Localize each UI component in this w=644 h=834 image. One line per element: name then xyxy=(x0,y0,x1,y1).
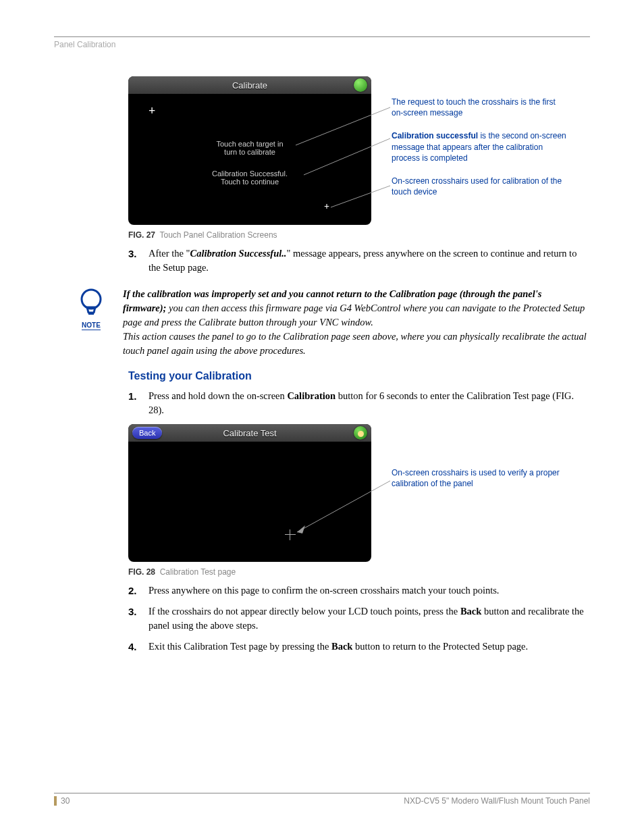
note-rest: you can then access this firmware page v… xyxy=(123,303,585,328)
screen-msg-2a: Calibration Successful. xyxy=(212,170,288,178)
fig27-caption: FIG. 27 Touch Panel Calibration Screens xyxy=(128,230,587,240)
calibrate-test-titlebar: Back Calibrate Test xyxy=(128,424,371,442)
steps-testing-cont: Press anywhere on this page to confirm t… xyxy=(128,583,587,654)
crosshair-icon xyxy=(285,529,296,540)
fig-desc: Touch Panel Calibration Screens xyxy=(159,230,277,240)
figure-28-row: Back Calibrate Test On-screen crosshairs… xyxy=(128,424,587,562)
step-text: Exit this Calibration Test page by press… xyxy=(149,641,331,652)
step-bold: Back xyxy=(331,641,352,652)
fig-desc: Calibration Test page xyxy=(160,567,236,577)
note-text: If the calibration was improperly set an… xyxy=(123,287,587,358)
top-rule xyxy=(54,36,590,37)
step-text: If the crosshairs do not appear directly… xyxy=(149,606,460,617)
figure-27-row: Calibrate + Touch each target in turn to… xyxy=(128,76,587,225)
screen-msg-1: Touch each target in turn to calibrate xyxy=(182,140,317,156)
step-text: After the " xyxy=(149,248,190,259)
step-1: Press and hold down the on-screen Calibr… xyxy=(128,389,587,417)
calibrate-title: Calibrate xyxy=(232,80,267,90)
note-p2: This action causes the panel to go to th… xyxy=(123,331,587,356)
note-block: NOTE If the calibration was improperly s… xyxy=(74,287,587,358)
fig-label: FIG. 28 xyxy=(128,567,155,577)
step-3: After the "Calibration Successful.." mes… xyxy=(128,246,587,275)
crosshair-icon: + xyxy=(149,105,155,117)
crosshair-icon: + xyxy=(324,202,329,211)
calibrate-screen: Calibrate + Touch each target in turn to… xyxy=(128,76,371,225)
callout-text: The request to touch the crosshairs is t… xyxy=(392,97,567,118)
running-header: Panel Calibration xyxy=(54,40,590,49)
calibrate-test-title: Calibrate Test xyxy=(223,428,276,438)
fig28-caption: FIG. 28 Calibration Test page xyxy=(128,567,587,577)
step-bold: Back xyxy=(460,606,481,617)
step-bold: Calibration Successful.. xyxy=(190,248,286,259)
step-text: Press and hold down the on-screen xyxy=(149,390,287,401)
step-bold: Calibration xyxy=(287,390,336,401)
fig27-callouts: The request to touch the crosshairs is t… xyxy=(392,97,567,209)
calibrate-titlebar: Calibrate xyxy=(128,76,371,94)
fig-label: FIG. 27 xyxy=(128,230,155,240)
screen-msg-1a: Touch each target in xyxy=(216,140,283,148)
page-number: 30 xyxy=(54,796,70,806)
status-icon xyxy=(354,78,367,92)
step-text: button to return to the Protected Setup … xyxy=(352,641,528,652)
step-2: Press anywhere on this page to confirm t… xyxy=(128,583,587,598)
callout-bold: Calibration successful xyxy=(392,131,478,140)
footer: 30 NXD-CV5 5" Modero Wall/Flush Mount To… xyxy=(54,793,590,806)
svg-point-3 xyxy=(82,290,101,309)
screen-msg-2b: Touch to continue xyxy=(221,178,279,186)
calibrate-test-screen: Back Calibrate Test xyxy=(128,424,371,562)
step-3b: If the crosshairs do not appear directly… xyxy=(128,604,587,633)
section-heading: Testing your Calibration xyxy=(128,370,587,382)
callout-text: On-screen crosshairs is used to verify a… xyxy=(392,467,567,489)
lock-icon xyxy=(354,426,367,440)
screen-msg-1b: turn to calibrate xyxy=(224,148,275,156)
screen-msg-2: Calibration Successful. Touch to continu… xyxy=(182,170,317,186)
note-icon: NOTE xyxy=(74,287,108,330)
note-label: NOTE xyxy=(82,321,101,330)
callout-text: On-screen crosshairs used for calibratio… xyxy=(392,176,567,197)
callout-text: Calibration successful is the second on-… xyxy=(392,130,567,163)
fig28-callouts: On-screen crosshairs is used to verify a… xyxy=(392,467,567,501)
back-button[interactable]: Back xyxy=(132,427,162,439)
steps-continued: After the "Calibration Successful.." mes… xyxy=(128,246,587,275)
doc-title: NXD-CV5 5" Modero Wall/Flush Mount Touch… xyxy=(404,796,590,806)
steps-testing: Press and hold down the on-screen Calibr… xyxy=(128,389,587,417)
step-4: Exit this Calibration Test page by press… xyxy=(128,640,587,654)
